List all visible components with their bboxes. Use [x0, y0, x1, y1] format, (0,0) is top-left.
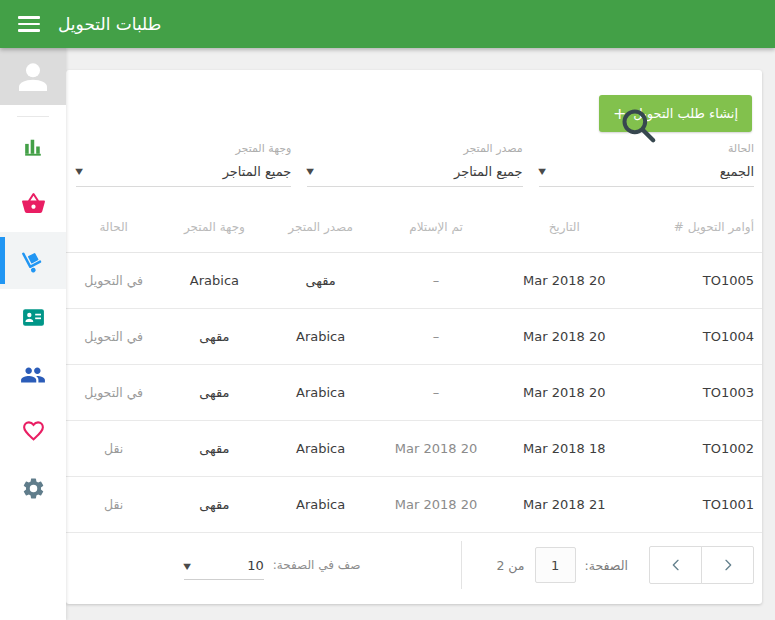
next-page-button[interactable]: [701, 546, 754, 584]
rows-per-page-label: صف في الصفحة:: [273, 558, 361, 572]
cell-source: مقهى: [268, 253, 374, 309]
cell-destination: مقهى: [161, 309, 267, 365]
table-row[interactable]: TO1005 Mar 2018 20 – مقهى Arabica في الت…: [66, 253, 762, 309]
cell-destination: مقهى: [161, 477, 267, 533]
avatar[interactable]: [0, 48, 66, 105]
chevron-down-icon: ▼: [307, 167, 315, 176]
search-icon[interactable]: [618, 106, 660, 146]
page-number-input[interactable]: [535, 547, 576, 583]
sidebar-item-sales[interactable]: [0, 175, 66, 232]
trolley-icon: [20, 247, 47, 274]
table-row[interactable]: TO1004 Mar 2018 20 – Arabica مقهى في الت…: [66, 309, 762, 365]
chevron-right-icon: [720, 557, 736, 573]
contact-badge-icon: [21, 305, 46, 330]
column-header-received[interactable]: تم الإستلام: [374, 201, 499, 253]
column-header-order-id[interactable]: أوامر التحويل #: [630, 201, 762, 253]
cell-order-id: TO1001: [630, 477, 762, 533]
content-card: إنشاء طلب التحويل + الحالة الجميع ▼ مصدر…: [66, 70, 762, 604]
filter-status-select[interactable]: الجميع ▼: [539, 164, 754, 187]
cell-destination: Arabica: [161, 253, 267, 309]
sidebar-item-favorites[interactable]: [0, 403, 66, 460]
filter-status-value: الجميع: [716, 164, 754, 179]
cell-date: Mar 2018 18: [498, 421, 630, 477]
footer-divider: [461, 541, 462, 589]
chevron-down-icon: ▼: [75, 167, 83, 176]
cell-date: Mar 2018 20: [498, 309, 630, 365]
filter-status: الحالة الجميع ▼: [539, 142, 754, 187]
column-header-date[interactable]: التاريخ: [498, 201, 630, 253]
chevron-left-icon: [668, 557, 684, 573]
cell-source: Arabica: [268, 477, 374, 533]
table-header-row: أوامر التحويل # التاريخ تم الإستلام مصدر…: [66, 201, 762, 253]
cell-received: Mar 2018 20: [374, 421, 499, 477]
status-badge: في التحويل: [66, 309, 161, 365]
transfer-orders-table: أوامر التحويل # التاريخ تم الإستلام مصدر…: [66, 201, 762, 533]
cell-date: Mar 2018 21: [498, 477, 630, 533]
cell-received: –: [374, 253, 499, 309]
bar-chart-icon: [21, 134, 46, 159]
chevron-down-icon: ▼: [183, 562, 191, 571]
sidebar-item-settings[interactable]: [0, 460, 66, 517]
column-header-status[interactable]: الحالة: [66, 201, 161, 253]
cell-source: Arabica: [268, 309, 374, 365]
cell-order-id: TO1003: [630, 365, 762, 421]
cell-received: Mar 2018 20: [374, 477, 499, 533]
page-title: طلبات التحويل: [58, 14, 161, 34]
filter-source-store-label: مصدر المتجر: [307, 142, 522, 155]
status-badge: في التحويل: [66, 253, 161, 309]
filter-destination-store-value: جميع المتاجر: [219, 164, 292, 179]
pagination-bar: الصفحة: من 2 صف في الصفحة: 10 ▼: [66, 533, 762, 597]
filter-destination-store-label: وجهة المتجر: [76, 142, 291, 155]
toolbar: إنشاء طلب التحويل +: [66, 70, 762, 136]
gear-icon: [21, 476, 46, 501]
sidebar: [0, 48, 66, 620]
table-row[interactable]: TO1002 Mar 2018 18 Mar 2018 20 Arabica م…: [66, 421, 762, 477]
sidebar-divider: [17, 116, 49, 117]
cell-order-id: TO1005: [630, 253, 762, 309]
sidebar-item-customers[interactable]: [0, 346, 66, 403]
table-row[interactable]: TO1003 Mar 2018 20 – Arabica مقهى في الت…: [66, 365, 762, 421]
cell-source: Arabica: [268, 365, 374, 421]
cell-order-id: TO1004: [630, 309, 762, 365]
cell-destination: مقهى: [161, 421, 267, 477]
filter-source-store: مصدر المتجر جميع المتاجر ▼: [307, 142, 522, 187]
page-label: الصفحة:: [585, 558, 628, 573]
sidebar-item-contacts[interactable]: [0, 289, 66, 346]
cell-received: –: [374, 309, 499, 365]
status-badge: نقل: [66, 421, 161, 477]
sidebar-item-transfer-orders[interactable]: [0, 232, 66, 289]
status-badge: في التحويل: [66, 365, 161, 421]
column-header-source-store[interactable]: مصدر المتجر: [268, 201, 374, 253]
rows-per-page-select[interactable]: 10 ▼: [184, 558, 264, 580]
menu-icon[interactable]: [18, 16, 40, 32]
active-indicator: [0, 237, 5, 284]
heart-icon: [21, 419, 46, 444]
filter-source-store-select[interactable]: جميع المتاجر ▼: [307, 164, 522, 187]
chevron-down-icon: ▼: [538, 167, 546, 176]
status-badge: نقل: [66, 477, 161, 533]
table-row[interactable]: TO1001 Mar 2018 21 Mar 2018 20 Arabica م…: [66, 477, 762, 533]
filter-source-store-value: جميع المتاجر: [450, 164, 523, 179]
rows-per-page-value: 10: [247, 558, 264, 573]
people-icon: [20, 362, 46, 388]
page-count-label: من 2: [496, 558, 524, 573]
cell-source: Arabica: [268, 421, 374, 477]
cell-order-id: TO1002: [630, 421, 762, 477]
filter-destination-store: وجهة المتجر جميع المتاجر ▼: [76, 142, 291, 187]
filter-destination-store-select[interactable]: جميع المتاجر ▼: [76, 164, 291, 187]
sidebar-item-dashboard[interactable]: [0, 118, 66, 175]
cell-date: Mar 2018 20: [498, 253, 630, 309]
app-bar: طلبات التحويل: [0, 0, 775, 48]
cell-date: Mar 2018 20: [498, 365, 630, 421]
user-avatar-icon: [12, 56, 54, 98]
cell-destination: مقهى: [161, 365, 267, 421]
pager-buttons: [649, 546, 754, 584]
previous-page-button[interactable]: [649, 546, 702, 584]
shopping-basket-icon: [21, 191, 46, 216]
column-header-destination-store[interactable]: وجهة المتجر: [161, 201, 267, 253]
cell-received: –: [374, 365, 499, 421]
